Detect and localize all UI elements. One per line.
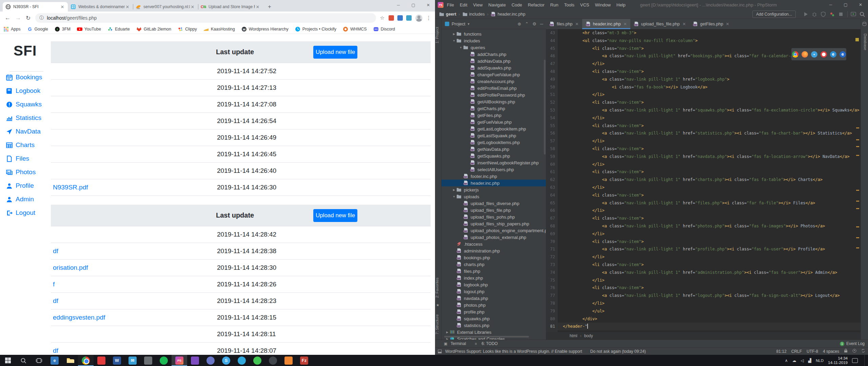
bookmark-gitlab-2lemon[interactable]: GitLab 2lemon — [136, 26, 171, 32]
locate-file-icon[interactable]: ⊕ — [517, 21, 521, 26]
indent-setting[interactable]: 4 spaces — [823, 349, 839, 354]
tab-close-icon[interactable]: ✕ — [125, 4, 130, 9]
sync-icon[interactable] — [861, 349, 865, 354]
extension-icon-3[interactable] — [406, 15, 412, 21]
breadcrumb-file[interactable]: PHP header.inc.php — [491, 12, 525, 17]
tree-item-getnavdata-php[interactable]: PHPgetNavData.php — [441, 146, 546, 152]
reload-icon[interactable]: ↻ — [26, 15, 31, 22]
line-separator[interactable]: CRLF — [791, 349, 802, 354]
tree-item-index-php[interactable]: PHPindex.php — [441, 274, 546, 281]
action-center-icon[interactable] — [852, 358, 858, 363]
new-tab-button[interactable]: + — [265, 2, 274, 11]
ie-icon[interactable]: e — [830, 51, 836, 58]
tree-item-getsquawks-php[interactable]: PHPgetSquawks.php — [441, 152, 546, 159]
bookmark-whmcs[interactable]: WHMCS — [343, 26, 367, 32]
tab-close-icon[interactable]: ✕ — [624, 22, 627, 26]
tray-chevron-icon[interactable]: ∧ — [785, 358, 788, 363]
file-link[interactable]: df — [53, 347, 58, 354]
tool-tab-database[interactable]: Database — [861, 28, 867, 56]
tree-item-addnavdata-php[interactable]: PHPaddNavData.php — [441, 58, 546, 64]
file-encoding[interactable]: UTF-8 — [807, 349, 818, 354]
sidebar-item-bookings[interactable]: Bookings — [0, 70, 51, 84]
sidebar-item-logout[interactable]: Logout — [0, 206, 51, 220]
crumb-html[interactable]: html — [570, 333, 577, 338]
tree-item-external-libraries[interactable]: ▶External Libraries — [441, 329, 546, 336]
tree-vertical-scrollbar[interactable] — [544, 60, 546, 155]
tree-item-editprofilepassword-php[interactable]: PHPeditProfilePassword.php — [441, 92, 546, 98]
taskbar-app-fl-studio[interactable] — [281, 355, 296, 366]
tree-item-upload-files-pohs-php[interactable]: PHPupload_files_pohs.php — [441, 214, 546, 220]
tree-item-getlastsquawk-php[interactable]: PHPgetLastSquawk.php — [441, 132, 546, 139]
inspections-profile-icon[interactable] — [852, 349, 856, 354]
profile-avatar[interactable] — [415, 15, 422, 22]
file-link[interactable]: df — [53, 297, 58, 305]
taskbar-app-settings[interactable] — [140, 355, 156, 366]
sidebar-item-photos[interactable]: Photos — [0, 165, 51, 179]
taskbar-app-chrome[interactable] — [78, 355, 94, 366]
status-dismiss-link[interactable]: Do not ask again (today 09:24) — [590, 349, 646, 354]
site-info-icon[interactable]: ⓘ — [39, 15, 44, 21]
tree-item-footer-inc-php[interactable]: PHPfooter.inc.php — [441, 173, 546, 180]
sidebar-item-squawks[interactable]: Squawks — [0, 98, 51, 111]
file-link[interactable]: f — [53, 281, 55, 288]
bookmark-wordpress-hierarchy[interactable]: WWordpress Hierarchy — [241, 26, 289, 32]
ide-maximize-icon[interactable]: ▢ — [838, 0, 853, 9]
upload-new-file-button[interactable]: Upload new file — [313, 46, 357, 59]
tree-item-selectallusers-php[interactable]: PHPselectAllUsers.php — [441, 166, 546, 173]
tree-item-getfiles-php[interactable]: PHPgetFiles.php — [441, 112, 546, 119]
tool-tab-favorites[interactable]: 2: Favorites — [435, 274, 441, 302]
run-anything-icon[interactable] — [850, 11, 856, 17]
menu-view[interactable]: View — [473, 2, 482, 7]
menu-edit[interactable]: Edit — [460, 2, 467, 7]
editor-tab-upload-files-file-php[interactable]: PHPupload_files_file.php✕ — [630, 19, 689, 29]
bookmark-kaashosting[interactable]: KaasHosting — [203, 26, 235, 32]
panel-settings-icon[interactable]: ⚙ — [532, 21, 536, 26]
tree-item-htaccess[interactable]: .htaccess — [441, 241, 546, 247]
tree-item-navdata-php[interactable]: PHPnavdata.php — [441, 295, 546, 302]
stop-icon[interactable] — [838, 11, 844, 17]
tree-item-profile-php[interactable]: PHPprofile.php — [441, 308, 546, 315]
forward-icon[interactable]: → — [15, 15, 21, 21]
ide-close-icon[interactable]: ✕ — [853, 0, 868, 9]
collapse-all-icon[interactable]: ⌃ — [525, 21, 529, 26]
event-log-button[interactable]: 1 Event Log — [840, 341, 865, 346]
sidebar-item-statistics[interactable]: Statistics — [0, 111, 51, 125]
tree-item-changefuelvalue-php[interactable]: PHPchangeFuelValue.php — [441, 71, 546, 78]
extension-icon-1[interactable] — [389, 15, 394, 21]
tree-arrow-icon[interactable]: ▼ — [452, 39, 456, 42]
taskbar-app-skype[interactable]: S — [218, 355, 234, 366]
tree-item-addcharts-php[interactable]: PHPaddCharts.php — [441, 51, 546, 58]
tray-cloud-icon[interactable]: ☁ — [792, 358, 796, 363]
tree-item-getlastlogbookitem-php[interactable]: PHPgetLastLogbookItem.php — [441, 125, 546, 132]
tree-item-upload-files-ship-papers-php[interactable]: PHPupload_files_ship_papers.php — [441, 220, 546, 227]
sidebar-item-logbook[interactable]: Logbook — [0, 84, 51, 98]
tool-tab-todo[interactable]: ≡ 6: TODO — [475, 341, 498, 346]
sidebar-item-navdata[interactable]: NavData — [0, 125, 51, 138]
browser-maximize-icon[interactable]: ▢ — [407, 0, 420, 10]
profiler-icon[interactable] — [829, 11, 835, 17]
show-desktop-button[interactable] — [864, 355, 866, 366]
tab-close-icon[interactable]: ✕ — [575, 22, 579, 26]
browser-tab-server007-yourhosting-nl-8443-l[interactable]: PMAserver007.yourhosting.nl:8443 / l✕ — [133, 2, 198, 12]
run-icon[interactable] — [803, 11, 809, 17]
back-icon[interactable]: ← — [5, 15, 11, 21]
tree-item-upload-files-diverse-php[interactable]: PHPupload_files_diverse.php — [441, 200, 546, 207]
browser-tab-websites-domeinnamen-ples[interactable]: Websites & domeinnamen - Ples✕ — [68, 2, 133, 12]
browser-tab-n393sr-sfi[interactable]: N393SR - SFI✕ — [3, 2, 68, 12]
tree-item-header-inc-php[interactable]: PHPheader.inc.php — [441, 180, 546, 186]
taskbar-app-mail[interactable]: ✉ — [125, 355, 140, 366]
coverage-icon[interactable] — [820, 11, 826, 17]
tree-item-queries[interactable]: ▼queries — [441, 44, 546, 51]
file-link[interactable]: orisation.pdf — [53, 264, 88, 271]
add-configuration-button[interactable]: Add Configuration... — [752, 11, 796, 18]
tree-item-files-php[interactable]: PHPfiles.php — [441, 268, 546, 274]
tab-close-icon[interactable]: ✕ — [726, 22, 729, 26]
sidebar-item-admin[interactable]: Admin — [0, 192, 51, 206]
tab-close-icon[interactable]: ✕ — [60, 4, 65, 9]
safari-icon[interactable]: ✦ — [811, 51, 817, 58]
crumb-body[interactable]: body — [584, 333, 593, 338]
tree-item-includes[interactable]: ▼includes — [441, 37, 546, 44]
taskbar-app-steam[interactable] — [265, 355, 281, 366]
task-view-icon[interactable] — [31, 355, 47, 366]
language-indicator[interactable]: NLD — [816, 359, 824, 363]
